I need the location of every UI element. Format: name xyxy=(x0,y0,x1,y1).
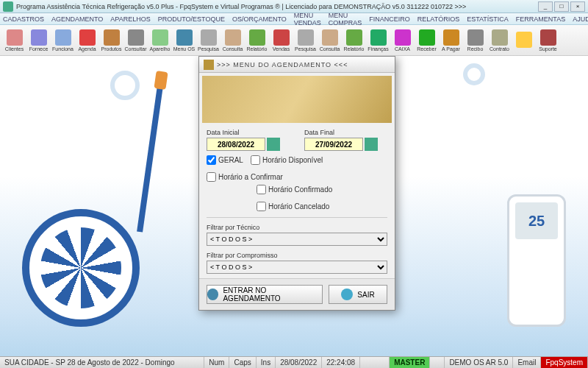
toolbar-vendas-button[interactable]: Vendas xyxy=(270,29,293,52)
status-blank xyxy=(360,357,390,368)
toolbar-agenda-button[interactable]: Agenda xyxy=(76,29,98,52)
filtro-tecnico-select[interactable]: < T O D O S > xyxy=(207,233,387,246)
app-icon xyxy=(3,1,13,12)
toolbar-suporte-button[interactable]: Suporte xyxy=(537,29,559,52)
window-title: Programa Assistência Técnica Refrigeraçã… xyxy=(16,3,537,10)
sair-button[interactable]: SAIR xyxy=(329,285,387,304)
toolbar-fornece-button[interactable]: Fornece xyxy=(27,29,50,52)
menu-financeiro[interactable]: FINANCEIRO xyxy=(369,15,410,23)
close-button[interactable]: × xyxy=(570,1,585,12)
menu-relatórios[interactable]: RELATÓRIOS xyxy=(417,15,459,23)
toolbar-consultar-button[interactable]: Consultar xyxy=(124,29,147,52)
toolbar: ClientesForneceFuncionaAgendaProdutosCon… xyxy=(0,25,588,56)
toolbar-pesquisa-button[interactable]: Pesquisa xyxy=(197,29,220,52)
status-caps: Caps xyxy=(229,357,256,368)
remote-display: 25 xyxy=(515,202,558,239)
toolbar-recibo-button[interactable]: Recibo xyxy=(464,29,487,52)
toolbar-produtos-button[interactable]: Produtos xyxy=(100,29,123,52)
menu-menu compras[interactable]: MENU COMPRAS xyxy=(329,12,362,26)
filtro-compromisso-label: Filtrar por Compromisso xyxy=(199,250,395,261)
data-inicial-label: Data Inicial xyxy=(207,129,290,136)
toolbar-menu os-button[interactable]: Menu OS xyxy=(173,29,196,52)
remote-illustration: 25 xyxy=(507,194,566,327)
toolbar-caixa-button[interactable]: CAIXA xyxy=(391,29,414,52)
toolbar-aparelho-button[interactable]: Aparelho xyxy=(148,29,171,52)
maximize-button[interactable]: □ xyxy=(554,1,569,12)
confirmado-checkbox[interactable]: Horário Confirmado xyxy=(257,185,332,194)
calendar-button[interactable] xyxy=(365,138,378,151)
statusbar: SUA CIDADE - SP 28 de Agosto de 2022 - D… xyxy=(0,356,588,368)
status-num: Num xyxy=(204,357,229,368)
geral-checkbox[interactable]: GERAL xyxy=(207,155,243,165)
data-inicial-input[interactable] xyxy=(207,138,265,151)
menu-menu vendas[interactable]: MENU VENDAS xyxy=(294,12,321,26)
menu-aparelhos[interactable]: APARELHOS xyxy=(110,15,150,23)
dialog-title: >>> MENU DO AGENDAMENTO <<< xyxy=(217,61,348,68)
menu-cadastros[interactable]: CADASTROS xyxy=(3,15,44,23)
toolbar-consulta-button[interactable]: Consulta xyxy=(221,29,244,52)
toolbar-clientes-button[interactable]: Clientes xyxy=(3,29,26,52)
confirmar-checkbox[interactable]: Horário a Confirmar xyxy=(207,172,283,182)
data-final-input[interactable] xyxy=(304,138,363,151)
menu-ferramentas[interactable]: FERRAMENTAS xyxy=(516,15,565,23)
calendar-icon xyxy=(204,60,214,70)
desktop-area: 25 >>> MENU DO AGENDAMENTO <<< Data Inic… xyxy=(0,56,588,356)
toolbar-receber-button[interactable]: Receber xyxy=(415,29,438,52)
toolbar-consulta-button[interactable]: Consulta xyxy=(318,29,341,52)
screwdriver-illustration xyxy=(137,85,163,232)
entrar-agendamento-button[interactable]: ENTRAR NO AGENDAMENTO xyxy=(207,285,323,304)
fan-illustration xyxy=(22,209,140,327)
status-blank2 xyxy=(430,357,445,368)
calendar-button[interactable] xyxy=(267,138,280,151)
toolbar-pesquisa-button[interactable]: Pesquisa xyxy=(294,29,317,52)
gear-icon xyxy=(463,63,485,85)
status-location: SUA CIDADE - SP 28 de Agosto de 2022 - D… xyxy=(0,357,204,368)
exit-icon xyxy=(341,289,353,300)
data-final-label: Data Final xyxy=(304,129,387,136)
status-date: 28/08/2022 xyxy=(276,357,322,368)
toolbar-funciona-button[interactable]: Funciona xyxy=(51,29,74,52)
filtro-compromisso-select[interactable]: < T O D O S > xyxy=(207,261,387,274)
cancelado-checkbox[interactable]: Horário Cancelado xyxy=(257,202,329,211)
menu-os/orçamento[interactable]: OS/ORÇAMENTO xyxy=(232,15,287,23)
menu-ajuda[interactable]: AJUDA xyxy=(573,15,588,23)
toolbar-finanças-button[interactable]: Finanças xyxy=(367,29,390,52)
gear-icon xyxy=(110,71,140,100)
toolbar-relatório-button[interactable]: Relatório xyxy=(343,29,365,52)
disponivel-checkbox[interactable]: Horário Disponível xyxy=(251,155,323,165)
menu-estatística[interactable]: ESTATÍSTICA xyxy=(467,15,509,23)
agendamento-dialog: >>> MENU DO AGENDAMENTO <<< Data Inicial… xyxy=(198,56,395,311)
menubar: CADASTROSAGENDAMENTOAPARELHOSPRODUTO/EST… xyxy=(0,13,588,25)
status-demo: DEMO OS AR 5.0 xyxy=(445,357,513,368)
filtro-tecnico-label: Filtrar por Técnico xyxy=(199,222,395,233)
status-email: Email xyxy=(513,357,541,368)
status-ins: Ins xyxy=(257,357,276,368)
status-time: 22:24:08 xyxy=(322,357,360,368)
toolbar-a pagar-button[interactable]: A Pagar xyxy=(440,29,462,52)
dialog-banner-image xyxy=(202,76,392,123)
status-brand: FpqSystem xyxy=(541,357,588,368)
menu-produto/estoque[interactable]: PRODUTO/ESTOQUE xyxy=(158,15,225,23)
menu-agendamento[interactable]: AGENDAMENTO xyxy=(51,15,103,23)
minimize-button[interactable]: _ xyxy=(538,1,553,12)
enter-icon xyxy=(207,289,218,300)
toolbar-icon-button[interactable] xyxy=(512,32,535,49)
dialog-titlebar: >>> MENU DO AGENDAMENTO <<< xyxy=(199,57,395,73)
status-master: MASTER xyxy=(390,357,430,368)
toolbar-contrato-button[interactable]: Contrato xyxy=(488,29,511,52)
toolbar-relatório-button[interactable]: Relatório xyxy=(245,29,268,52)
